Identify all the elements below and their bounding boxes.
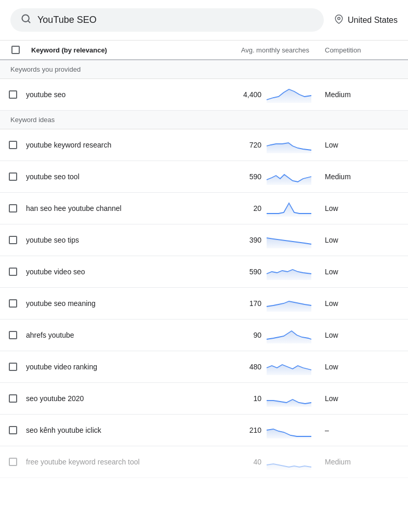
checkbox-cell[interactable]	[0, 204, 26, 212]
sparkline	[266, 136, 312, 154]
competition-cell: Low	[314, 299, 398, 308]
location-label: United States	[348, 16, 398, 25]
checkbox-cell[interactable]	[0, 299, 26, 308]
col-keyword-header: Keyword (by relevance)	[26, 46, 210, 54]
sparkline	[266, 326, 312, 344]
keyword-name: youtube seo tips	[26, 236, 210, 244]
search-icon	[21, 14, 31, 26]
keyword-name: seo youtube 2020	[26, 394, 210, 403]
row-checkbox[interactable]	[9, 299, 17, 308]
table-row: youtube keyword research 720 Low	[0, 129, 408, 161]
row-checkbox[interactable]	[9, 458, 17, 466]
keyword-name: ahrefs youtube	[26, 331, 210, 339]
row-checkbox[interactable]	[9, 363, 17, 371]
table-row: seo youtube 2020 10 Low	[0, 383, 408, 415]
search-count: 590	[243, 172, 261, 181]
searches-cell: 590	[210, 262, 314, 281]
keyword-name: youtube keyword research	[26, 141, 210, 149]
row-checkbox[interactable]	[9, 141, 17, 149]
table-row: youtube seo meaning 170 Low	[0, 288, 408, 320]
search-count: 10	[243, 394, 261, 403]
row-checkbox[interactable]	[9, 236, 17, 244]
checkbox-cell[interactable]	[0, 426, 26, 434]
table-row: youtube video ranking 480 Low	[0, 351, 408, 383]
checkbox-cell[interactable]	[0, 458, 26, 466]
searches-cell: 4,400	[210, 85, 314, 104]
row-checkbox[interactable]	[9, 268, 17, 276]
table-row: youtube seo 4,400 Medium	[0, 79, 408, 111]
header-checkbox-cell[interactable]	[0, 46, 26, 54]
search-count: 210	[243, 426, 261, 434]
table-row: youtube video seo 590 Low	[0, 256, 408, 288]
checkbox-cell[interactable]	[0, 236, 26, 244]
search-count: 590	[243, 268, 261, 276]
section-label-ideas: Keyword ideas	[0, 111, 408, 129]
col-searches-header: Avg. monthly searches	[210, 46, 314, 54]
competition-cell: Low	[314, 268, 398, 276]
table-row: youtube seo tips 390 Low	[0, 224, 408, 256]
sparkline	[266, 389, 312, 408]
checkbox-cell[interactable]	[0, 90, 26, 99]
search-bar[interactable]: YouTube SEO	[10, 8, 324, 32]
checkbox-cell[interactable]	[0, 172, 26, 181]
search-value: YouTube SEO	[37, 15, 97, 25]
competition-cell: Low	[314, 394, 398, 403]
checkbox-cell[interactable]	[0, 363, 26, 371]
row-checkbox[interactable]	[9, 172, 17, 181]
table-row: han seo hee youtube channel 20 Low	[0, 193, 408, 224]
sparkline	[266, 262, 312, 281]
table-header: Keyword (by relevance) Avg. monthly sear…	[0, 41, 408, 60]
competition-cell: Medium	[314, 90, 398, 99]
keyword-name: youtube video seo	[26, 268, 210, 276]
competition-cell: Low	[314, 331, 398, 339]
searches-cell: 390	[210, 231, 314, 249]
sparkline	[266, 421, 312, 440]
table-row: ahrefs youtube 90 Low	[0, 320, 408, 351]
table-row: youtube seo tool 590 Medium	[0, 161, 408, 193]
checkbox-cell[interactable]	[0, 331, 26, 339]
searches-cell: 90	[210, 326, 314, 344]
keyword-name: youtube seo meaning	[26, 299, 210, 308]
keyword-name: seo kênh youtube iclick	[26, 426, 210, 434]
search-count: 390	[243, 236, 261, 244]
location-section: United States	[334, 15, 398, 26]
checkbox-cell[interactable]	[0, 141, 26, 149]
col-competition-header: Competition	[314, 46, 398, 54]
table-row: free youtube keyword research tool 40 Me…	[0, 446, 408, 478]
sparkline	[266, 453, 312, 471]
checkbox-cell[interactable]	[0, 394, 26, 403]
table-row: seo kênh youtube iclick 210 –	[0, 415, 408, 446]
sparkline	[266, 199, 312, 218]
sparkline	[266, 85, 312, 104]
competition-cell: –	[314, 426, 398, 434]
keyword-name: free youtube keyword research tool	[26, 458, 210, 466]
row-checkbox[interactable]	[9, 331, 17, 339]
searches-cell: 40	[210, 453, 314, 471]
competition-cell: Medium	[314, 458, 398, 466]
competition-cell: Medium	[314, 172, 398, 181]
sparkline	[266, 357, 312, 376]
search-count: 90	[243, 331, 261, 339]
searches-cell: 170	[210, 294, 314, 313]
competition-cell: Low	[314, 363, 398, 371]
row-checkbox[interactable]	[9, 394, 17, 403]
keyword-name: han seo hee youtube channel	[26, 204, 210, 212]
row-checkbox[interactable]	[9, 426, 17, 434]
select-all-checkbox[interactable]	[11, 46, 20, 54]
competition-cell: Low	[314, 141, 398, 149]
searches-cell: 590	[210, 167, 314, 186]
search-count: 20	[243, 204, 261, 212]
search-count: 170	[243, 299, 261, 308]
svg-point-2	[338, 17, 340, 20]
searches-cell: 10	[210, 389, 314, 408]
checkbox-cell[interactable]	[0, 268, 26, 276]
competition-cell: Low	[314, 236, 398, 244]
row-checkbox[interactable]	[9, 90, 17, 99]
searches-cell: 20	[210, 199, 314, 218]
search-count: 4,400	[243, 90, 261, 99]
searches-cell: 480	[210, 357, 314, 376]
keyword-name: youtube seo tool	[26, 172, 210, 181]
location-icon	[334, 15, 344, 26]
header: YouTube SEO United States	[0, 0, 408, 40]
row-checkbox[interactable]	[9, 204, 17, 212]
